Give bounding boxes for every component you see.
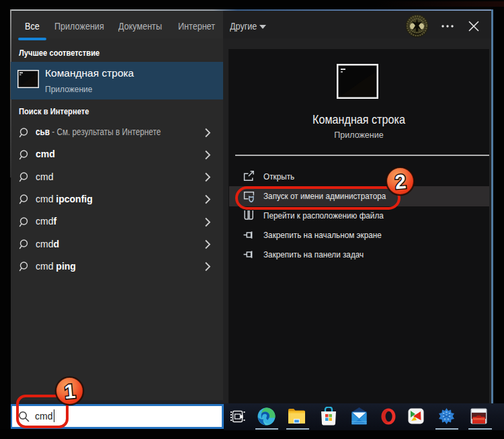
svg-text:2: 2 — [394, 170, 407, 193]
svg-text:1: 1 — [63, 380, 77, 403]
